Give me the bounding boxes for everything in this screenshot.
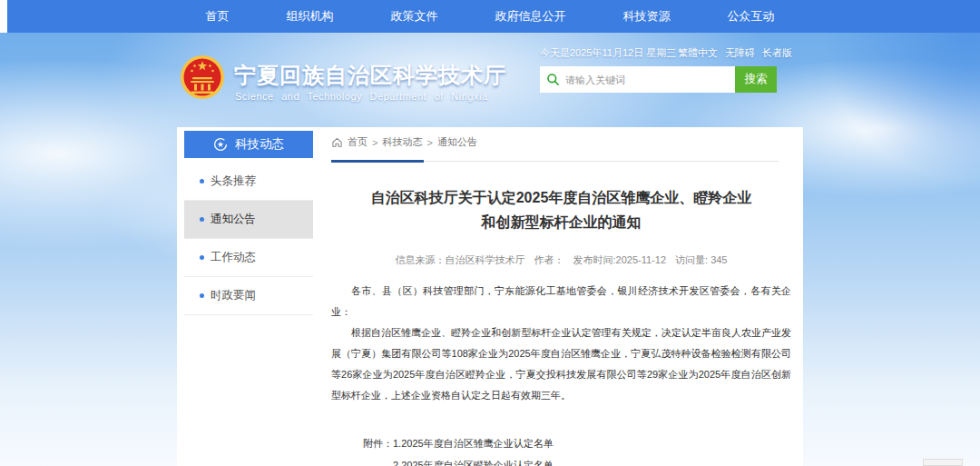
article-meta: 信息来源：自治区科学技术厅 作者： 发布时间:2025-11-12 访问量: 3… bbox=[331, 253, 791, 267]
bullet-dot-icon bbox=[200, 255, 204, 260]
attachments-label: 附件： bbox=[363, 432, 393, 466]
national-emblem-logo bbox=[180, 55, 225, 100]
attachment-link-2[interactable]: 2.2025年度自治区瞪羚企业认定名单 bbox=[393, 454, 583, 466]
article-body: 各市、县（区）科技管理部门，宁东能源化工基地管委会，银川经济技术开发区管委会，各… bbox=[331, 281, 791, 406]
sidebar-item-headlines[interactable]: 头条推荐 bbox=[184, 163, 313, 201]
attachments: 附件： 1.2025年度自治区雏鹰企业认定名单 2.2025年度自治区瞪羚企业认… bbox=[363, 432, 791, 466]
search-button[interactable]: 搜索 bbox=[735, 66, 777, 93]
sidebar-item-political-news[interactable]: 时政要闻 bbox=[184, 277, 313, 315]
sidebar-item-work-dynamics[interactable]: 工作动态 bbox=[184, 239, 313, 277]
nav-item-gov-info[interactable]: 政府信息公开 bbox=[495, 8, 566, 25]
paragraph: 根据自治区雏鹰企业、瞪羚企业和创新型标杆企业认定管理有关规定，决定认定半亩良人农… bbox=[331, 322, 791, 406]
article-title-line2: 和创新型标杆企业的通知 bbox=[331, 210, 791, 234]
breadcrumb-divider bbox=[331, 160, 791, 163]
meta-author: 作者： bbox=[534, 253, 564, 267]
sidebar-item-label: 工作动态 bbox=[211, 250, 256, 265]
sidebar-item-label: 头条推荐 bbox=[211, 174, 256, 189]
nav-items: 首页 组织机构 政策文件 政府信息公开 科技资源 公众互动 bbox=[177, 0, 803, 33]
nav-item-home[interactable]: 首页 bbox=[206, 8, 230, 25]
header-utility-row: 今天是2025年11月12日 星期三 繁體中文 无障碍 长者版 bbox=[540, 46, 792, 60]
sidebar-header: 科技动态 bbox=[184, 131, 313, 158]
link-elderly-version[interactable]: 长者版 bbox=[762, 46, 792, 60]
nav-item-interaction[interactable]: 公众互动 bbox=[728, 8, 775, 25]
search-bar: 搜索 bbox=[540, 66, 777, 93]
breadcrumb-current: 通知公告 bbox=[437, 135, 477, 149]
breadcrumb-section[interactable]: 科技动态 bbox=[382, 135, 422, 149]
nav-item-policy[interactable]: 政策文件 bbox=[391, 8, 438, 25]
meta-publish-date: 发布时间:2025-11-12 bbox=[573, 253, 667, 267]
divider-accent bbox=[331, 160, 424, 163]
sidebar: 科技动态 头条推荐 通知公告 工作动态 时政要闻 bbox=[184, 131, 313, 315]
article-title-line1: 自治区科技厅关于认定2025年度自治区雏鹰企业、瞪羚企业 bbox=[331, 185, 791, 210]
search-icon bbox=[546, 73, 560, 86]
bullet-dot-icon bbox=[200, 179, 204, 183]
site-subtitle: Science and Technology Department of Nin… bbox=[235, 91, 488, 102]
main-content: 首页 > 科技动态 > 通知公告 自治区科技厅关于认定2025年度自治区雏鹰企业… bbox=[331, 127, 791, 466]
home-icon bbox=[331, 136, 343, 148]
attachments-list: 1.2025年度自治区雏鹰企业认定名单 2.2025年度自治区瞪羚企业认定名单 … bbox=[393, 432, 583, 466]
current-date: 今天是2025年11月12日 星期三 bbox=[540, 46, 676, 60]
sidebar-item-label: 通知公告 bbox=[211, 212, 256, 227]
floating-widget[interactable] bbox=[923, 459, 963, 466]
breadcrumb-separator: > bbox=[426, 137, 432, 148]
paragraph: 各市、县（区）科技管理部门，宁东能源化工基地管委会，银川经济技术开发区管委会，各… bbox=[331, 281, 791, 322]
sidebar-title: 科技动态 bbox=[235, 136, 284, 153]
top-navigation-bar: 首页 组织机构 政策文件 政府信息公开 科技资源 公众互动 bbox=[7, 0, 980, 33]
breadcrumb-home[interactable]: 首页 bbox=[348, 135, 368, 149]
nav-item-resources[interactable]: 科技资源 bbox=[623, 8, 671, 25]
breadcrumb: 首页 > 科技动态 > 通知公告 bbox=[331, 135, 791, 149]
meta-source: 信息来源：自治区科学技术厅 bbox=[396, 253, 525, 267]
sidebar-item-notices[interactable]: 通知公告 bbox=[184, 201, 313, 239]
nav-item-organization[interactable]: 组织机构 bbox=[287, 8, 334, 25]
bullet-dot-icon bbox=[200, 293, 204, 298]
sidebar-list: 头条推荐 通知公告 工作动态 时政要闻 bbox=[184, 163, 313, 315]
star-circle-icon bbox=[213, 137, 228, 152]
meta-visit-count: 访问量: 345 bbox=[675, 253, 727, 267]
bullet-dot-icon bbox=[200, 217, 204, 222]
sidebar-item-label: 时政要闻 bbox=[211, 288, 256, 303]
breadcrumb-separator: > bbox=[372, 137, 377, 148]
link-accessibility[interactable]: 无障碍 bbox=[725, 46, 755, 60]
attachment-link-1[interactable]: 1.2025年度自治区雏鹰企业认定名单 bbox=[393, 432, 583, 454]
content-card: 科技动态 头条推荐 通知公告 工作动态 时政要闻 bbox=[177, 127, 803, 466]
search-input[interactable] bbox=[540, 66, 735, 93]
article-title: 自治区科技厅关于认定2025年度自治区雏鹰企业、瞪羚企业 和创新型标杆企业的通知 bbox=[331, 185, 791, 234]
site-title: 宁夏回族自治区科学技术厅 bbox=[234, 61, 506, 90]
quick-links: 繁體中文 无障碍 长者版 bbox=[678, 46, 792, 60]
search-input-wrap bbox=[540, 66, 735, 93]
link-traditional-chinese[interactable]: 繁體中文 bbox=[678, 46, 718, 60]
